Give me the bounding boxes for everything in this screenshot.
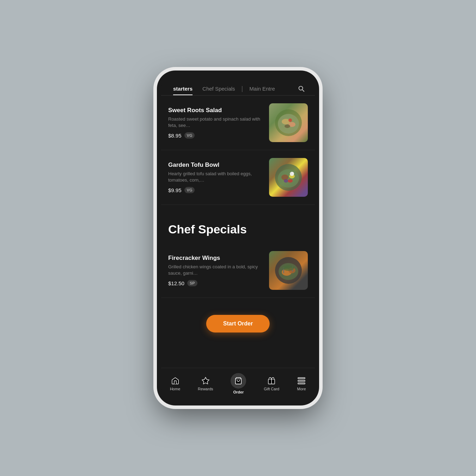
order-icon (231, 373, 246, 389)
item-price: $9.95 (168, 187, 182, 193)
item-info: Garden Tofu Bowl Hearty grilled tofu sal… (168, 161, 263, 193)
content-wrapper: Sweet Roots Salad Roasted sweet potato a… (161, 96, 315, 368)
tab-starters[interactable]: starters (168, 82, 197, 95)
item-badge: VG (184, 187, 195, 193)
item-info: Firecracker Wings Grilled chicken wings … (168, 255, 263, 286)
item-price: $12.50 (168, 280, 184, 286)
salad-visual (273, 107, 304, 139)
price-row: $12.50 SP (168, 280, 263, 286)
bottom-nav-more[interactable]: More (293, 375, 310, 392)
more-label: More (297, 387, 306, 391)
nav-divider: | (242, 85, 243, 92)
rewards-label: Rewards (198, 387, 213, 391)
item-description: Grilled chicken wings coated in a bold, … (168, 264, 263, 276)
bottom-nav-home[interactable]: Home (166, 375, 184, 392)
svg-point-20 (283, 265, 294, 271)
svg-point-7 (278, 169, 299, 188)
item-image-wings (269, 251, 308, 290)
bowl-visual (273, 161, 304, 193)
price-row: $8.95 VG (168, 132, 263, 139)
item-name: Garden Tofu Bowl (168, 161, 263, 169)
gift-card-icon (267, 376, 276, 385)
bottom-navigation: Home Rewards (161, 368, 315, 401)
start-order-button[interactable]: Start Order (206, 315, 270, 332)
phone-screen: starters Chef Specials | Main Entre (161, 75, 315, 401)
tab-main-entre[interactable]: Main Entre (244, 82, 280, 95)
item-description: Roasted sweet potato and spinach salad w… (168, 116, 263, 129)
item-image-bowl (269, 158, 308, 197)
chef-specials-section-header: Chef Specials (161, 205, 315, 243)
section-title: Chef Specials (168, 222, 308, 236)
gift-card-label: Gift Card (264, 387, 279, 391)
tab-chef-specials[interactable]: Chef Specials (197, 82, 240, 95)
svg-point-4 (285, 124, 290, 128)
item-name: Firecracker Wings (168, 255, 263, 262)
order-label: Order (233, 390, 244, 394)
svg-rect-25 (298, 378, 305, 379)
svg-rect-27 (298, 383, 305, 384)
home-label: Home (170, 387, 180, 391)
more-icon (297, 376, 306, 385)
item-name: Sweet Roots Salad (168, 107, 263, 114)
bottom-nav-order[interactable]: Order (227, 372, 250, 396)
menu-item-garden-tofu-bowl[interactable]: Garden Tofu Bowl Hearty grilled tofu sal… (161, 150, 315, 205)
svg-point-8 (281, 175, 288, 180)
svg-marker-21 (202, 377, 209, 384)
bottom-nav-rewards[interactable]: Rewards (194, 375, 216, 392)
svg-point-5 (288, 118, 292, 122)
item-info: Sweet Roots Salad Roasted sweet potato a… (168, 107, 263, 139)
phone-frame: starters Chef Specials | Main Entre (157, 71, 319, 405)
menu-item-firecracker-wings[interactable]: Firecracker Wings Grilled chicken wings … (161, 243, 315, 298)
svg-point-13 (292, 172, 294, 174)
top-navigation: starters Chef Specials | Main Entre (161, 75, 315, 96)
item-badge: SP (187, 280, 197, 286)
svg-point-11 (284, 179, 288, 183)
home-icon (171, 376, 180, 385)
item-image-salad (269, 103, 308, 142)
price-row: $9.95 VG (168, 187, 263, 193)
item-badge: VG (184, 132, 195, 139)
search-button[interactable] (294, 82, 308, 95)
wings-visual (273, 255, 304, 286)
menu-item-sweet-roots-salad[interactable]: Sweet Roots Salad Roasted sweet potato a… (161, 96, 315, 150)
svg-point-10 (288, 179, 293, 183)
search-icon (297, 85, 305, 92)
item-description: Hearty grilled tofu salad with boiled eg… (168, 171, 263, 183)
rewards-icon (201, 376, 210, 385)
bottom-nav-gift-card[interactable]: Gift Card (260, 375, 283, 392)
item-price: $8.95 (168, 133, 182, 139)
svg-rect-26 (298, 380, 305, 382)
